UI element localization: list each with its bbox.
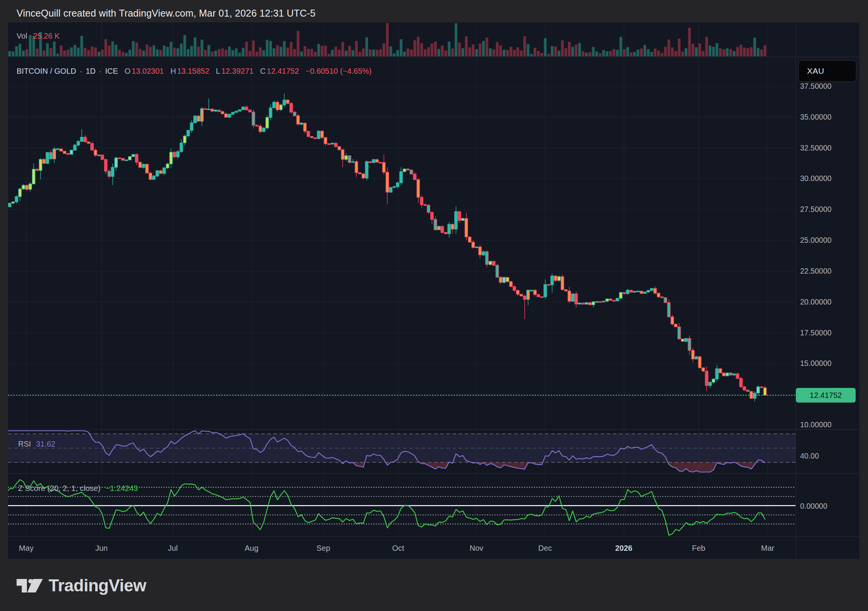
time-axis-label: Jun — [84, 543, 119, 553]
ohlc-close-value: 12.41752 — [267, 66, 299, 76]
time-axis-label: 2026 — [606, 543, 641, 553]
currency-badge[interactable]: XAU — [798, 60, 856, 82]
rsi-value: 31.62 — [36, 439, 55, 449]
ohlc-open-key: O — [125, 66, 131, 76]
volume-label: Vol — [17, 31, 27, 41]
ohlc-high-value: 13.15852 — [177, 66, 209, 76]
ohlc-high-key: H — [171, 66, 176, 76]
ohlc-close: C12.41752 — [260, 66, 299, 76]
price-tick-label: 37.50000 — [800, 81, 831, 91]
ohlc-close-key: C — [260, 66, 265, 76]
price-tick-label: 32.50000 — [800, 143, 831, 152]
separator-dot: · — [99, 66, 102, 76]
zscore-legend[interactable]: Z Score (20, 2, 1, close) −1.24243 — [18, 484, 138, 493]
ohlc-open-value: 13.02301 — [132, 66, 164, 76]
time-axis-label: May — [9, 543, 44, 553]
time-axis-scale[interactable] — [8, 537, 860, 559]
chart-canvas[interactable] — [0, 0, 868, 611]
price-tick-label: 27.50000 — [800, 205, 831, 214]
ohlc-low: L12.39271 — [216, 66, 254, 76]
time-axis-label: Aug — [234, 543, 269, 553]
time-axis-label: Feb — [681, 543, 716, 553]
price-tick-label: 10.00000 — [800, 420, 831, 429]
last-price-badge: 12.41752 — [796, 388, 856, 403]
time-axis-label: Oct — [381, 543, 415, 553]
symbol-name[interactable]: BITCOIN / GOLD — [17, 66, 76, 76]
price-tick-label: 25.00000 — [800, 235, 831, 245]
currency-badge-label: XAU — [807, 66, 824, 76]
price-tick-label: 17.50000 — [800, 328, 831, 337]
tradingview-logo[interactable]: TradingView — [17, 576, 146, 595]
symbol-legend[interactable]: BITCOIN / GOLD · 1D · ICE O13.02301 H13.… — [17, 66, 372, 76]
rsi-label: RSI — [18, 439, 31, 449]
price-tick-label: 20.00000 — [800, 297, 831, 306]
ohlc-low-key: L — [216, 66, 220, 76]
time-axis-label: Jul — [155, 543, 190, 553]
tradingview-snapshot: VinceQuill created with TradingView.com,… — [0, 0, 868, 611]
rsi-legend[interactable]: RSI 31.62 — [18, 439, 55, 449]
volume-legend[interactable]: Vol 25.26 K — [17, 31, 60, 41]
price-tick-label: 35.00000 — [800, 112, 831, 122]
price-tick-label: 22.50000 — [800, 266, 831, 276]
symbol-interval[interactable]: 1D — [86, 66, 96, 76]
ohlc-change: −0.60510 (−4.65%) — [306, 66, 372, 76]
last-price-value: 12.41752 — [810, 391, 842, 400]
zscore-label: Z Score (20, 2, 1, close) — [18, 484, 100, 493]
ohlc-high: H13.15852 — [171, 66, 209, 76]
separator-dot: · — [79, 66, 82, 76]
symbol-exchange[interactable]: ICE — [105, 66, 118, 76]
volume-value: 25.26 K — [33, 31, 60, 41]
time-axis-label: Mar — [750, 543, 785, 553]
time-axis-label: Sep — [306, 543, 341, 553]
time-axis-label: Nov — [459, 543, 494, 553]
time-axis-label: Dec — [528, 543, 562, 553]
zscore-axis-label: 0.00000 — [800, 501, 827, 511]
ohlc-open: O13.02301 — [125, 66, 164, 76]
price-tick-label: 15.00000 — [800, 359, 831, 368]
ohlc-low-value: 12.39271 — [221, 66, 253, 76]
zscore-value: −1.24243 — [105, 484, 138, 493]
tradingview-logo-text: TradingView — [49, 576, 146, 595]
price-tick-label: 30.00000 — [800, 174, 831, 183]
rsi-axis-label: 40.00 — [800, 451, 819, 460]
tradingview-logo-icon — [17, 579, 43, 592]
